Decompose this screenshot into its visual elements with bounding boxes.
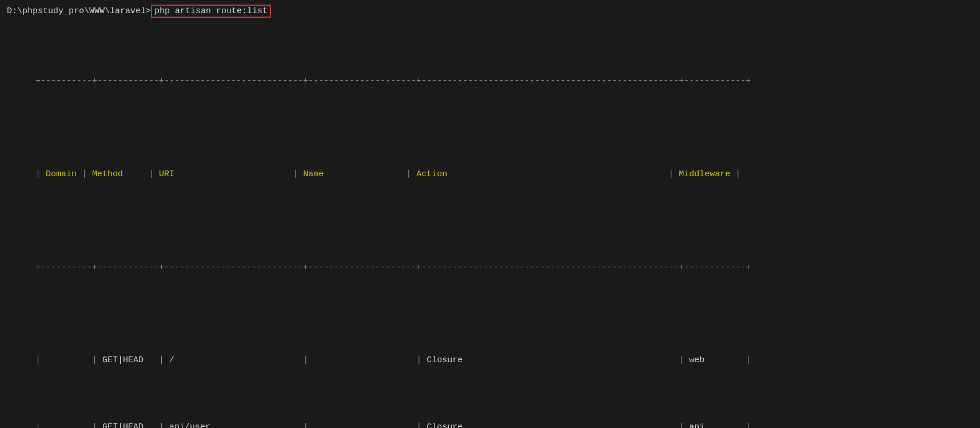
separator-top: +----------+------------+---------------… [5, 61, 980, 101]
command-line: D:\phpstudy_pro\WWW\laravel>php artisan … [5, 5, 980, 18]
route-table: +----------+------------+---------------… [5, 21, 980, 428]
table-row: | | GET|HEAD | / | | Closure | web | [5, 340, 980, 381]
separator-mid: +----------+------------+---------------… [5, 247, 980, 287]
command-text: php artisan route:list [151, 5, 271, 18]
prompt: D:\phpstudy_pro\WWW\laravel> [7, 6, 151, 16]
table-row: | | GET|HEAD | api/user | | Closure | ap… [5, 407, 980, 428]
terminal-window: D:\phpstudy_pro\WWW\laravel>php artisan … [0, 0, 980, 428]
header-row: | Domain | Method | URI | Name | Action … [5, 154, 980, 195]
